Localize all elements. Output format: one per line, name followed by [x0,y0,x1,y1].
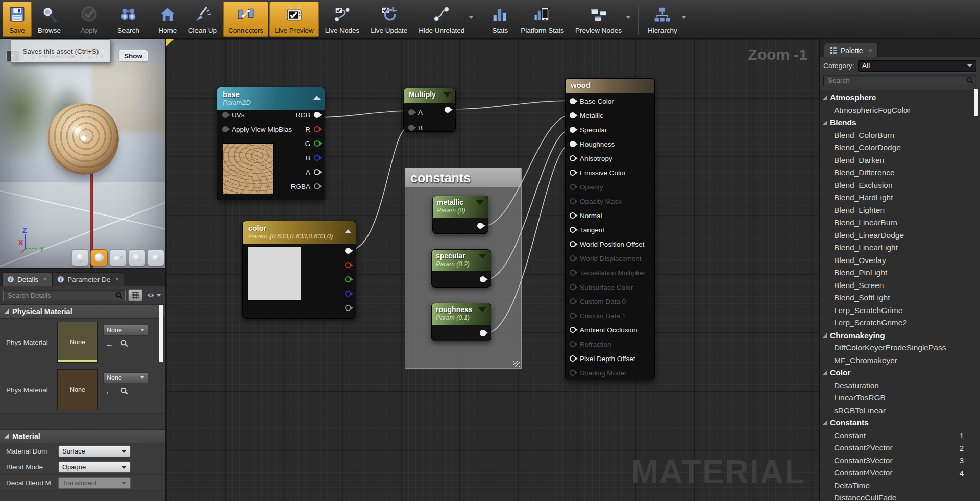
wood-opacity-pin[interactable] [570,184,576,190]
save-button[interactable]: Save [3,2,32,37]
shape-sphere-button[interactable] [90,249,108,266]
use-selected-icon[interactable] [105,341,113,348]
node-roughness[interactable]: roughness Param (0.1) [431,303,491,341]
tab-palette[interactable]: Palette [824,43,878,57]
dropdown-icon[interactable] [443,92,451,97]
palette-item-constant4vector[interactable]: Constant4Vector4 [820,467,980,480]
phys-material-thumbnail[interactable]: None [57,322,98,363]
wood-custom-data-1-pin[interactable] [570,313,576,319]
phys-material-dropdown[interactable]: None [103,372,148,383]
wood-world-position-offset-pin[interactable] [570,241,576,247]
palette-section-constants[interactable]: Constants [820,417,980,430]
hide-unrelated-button[interactable]: Hide Unrelated [413,2,477,37]
base-output-a-pin[interactable] [314,169,320,175]
color-output-2-pin[interactable] [345,276,351,282]
dropdown-icon[interactable] [478,307,486,312]
wood-metallic-pin[interactable] [570,112,576,118]
decal-blend-m-dropdown[interactable]: Translucent [58,477,131,489]
browse-to-asset-icon[interactable] [120,387,128,396]
palette-item-diffcolorkeyererodesinglepass[interactable]: DiffColorKeyerErodeSinglePass [820,342,980,354]
palette-search-input[interactable] [823,75,976,86]
chevron-down-icon[interactable] [469,16,474,19]
base-output-rgba-pin[interactable] [314,183,320,189]
section-physical-material[interactable]: Physical Material [0,304,165,319]
wood-emissive-color-pin[interactable] [570,170,576,176]
close-icon[interactable] [869,47,872,54]
palette-item-lerp-scratchgrime[interactable]: Lerp_ScratchGrime [820,304,980,317]
wood-subsurface-color-pin[interactable] [570,284,576,290]
palette-item-deltatime[interactable]: DeltaTime [820,480,980,492]
live-nodes-button[interactable]: Live Nodes [320,2,365,37]
wood-tessellation-multiplier-pin[interactable] [570,270,576,276]
node-specular[interactable]: specular Param (0.2) [431,249,491,288]
node-metallic-header[interactable]: metallic Param (0) [433,196,488,218]
phys-material-thumbnail[interactable]: None [57,369,98,410]
clean-up-button[interactable]: Clean Up [183,2,222,37]
multiply-input-b-pin[interactable] [408,125,414,131]
node-color-header[interactable]: color Param (0.633,0.633,0.633,0) [243,221,356,244]
color-output-3-pin[interactable] [345,291,351,297]
wood-anisotropy-pin[interactable] [570,155,576,161]
view-options-button[interactable] [145,292,162,298]
palette-item-blend-colordodge[interactable]: Blend_ColorDodge [820,141,980,154]
chevron-down-icon[interactable] [681,16,687,19]
roughness-output-pin[interactable] [480,330,486,336]
wood-pixel-depth-offset-pin[interactable] [570,355,576,362]
node-specular-header[interactable]: specular Param (0.2) [432,250,491,271]
browse-to-asset-icon[interactable] [120,340,128,349]
wood-roughness-pin[interactable] [570,141,576,147]
apply-button[interactable]: Apply [75,2,104,37]
node-base-header[interactable]: base Param2D [217,87,325,110]
section-material[interactable]: Material [0,429,165,443]
dropdown-icon[interactable] [478,254,486,258]
palette-item-blend-colorburn[interactable]: Blend_ColorBurn [820,129,980,142]
metallic-output-pin[interactable] [477,223,483,229]
palette-item-constant3vector[interactable]: Constant3Vector3 [820,455,980,467]
dropdown-icon[interactable] [476,200,484,205]
chevron-down-icon[interactable] [626,16,631,19]
base-output-r-pin[interactable] [314,126,320,132]
preview-viewport[interactable]: Perspective Lit Show Z X Y [0,39,166,269]
palette-item-blend-linearburn[interactable]: Blend_LinearBurn [820,217,980,229]
connectors-button[interactable]: Connectors [223,2,268,37]
color-output-0-pin[interactable] [345,248,351,254]
wood-shading-model-pin[interactable] [570,370,576,376]
palette-item-blend-pinlight[interactable]: Blend_PinLight [820,267,980,279]
specular-output-pin[interactable] [480,276,486,282]
browse-button[interactable]: Browse [33,2,66,37]
base-output-b-pin[interactable] [314,155,320,161]
wood-texture-thumbnail[interactable] [223,143,274,194]
palette-item-atmosphericfogcolor[interactable]: AtmosphericFogColor [820,104,980,117]
display-filter-button[interactable] [128,289,142,301]
palette-item-blend-overlay[interactable]: Blend_Overlay [820,254,980,267]
color-output-1-pin[interactable] [345,262,351,268]
palette-item-mf-chromakeyer[interactable]: MF_Chromakeyer [820,354,980,367]
palette-item-blend-difference[interactable]: Blend_Difference [820,166,980,179]
node-multiply[interactable]: Multiply AB [403,88,456,132]
preview-sphere[interactable] [47,103,119,175]
node-color[interactable]: color Param (0.633,0.633,0.633,0) [242,221,356,319]
base-input-uvs-pin[interactable] [222,112,228,118]
home-button[interactable]: Home [153,2,182,37]
palette-item-blend-lineardodge[interactable]: Blend_LinearDodge [820,229,980,242]
palette-section-color[interactable]: Color [820,367,980,379]
multiply-output-pin[interactable] [445,107,451,113]
palette-item-blend-lighten[interactable]: Blend_Lighten [820,204,980,217]
palette-section-chromakeying[interactable]: Chromakeying [820,329,980,342]
show-button[interactable]: Show [119,50,148,61]
palette-section-atmosphere[interactable]: Atmosphere [820,91,980,104]
tab-details[interactable]: i Details [2,272,52,286]
details-search-input[interactable] [3,290,126,301]
wood-normal-pin[interactable] [570,212,576,219]
palette-item-lineartosrgb[interactable]: LinearTosRGB [820,392,980,404]
blend-mode-dropdown[interactable]: Opaque [58,461,131,473]
category-dropdown[interactable]: All [858,60,976,72]
live-update-button[interactable]: Live Update [365,2,412,37]
use-selected-icon[interactable] [105,388,113,395]
palette-item-blend-screen[interactable]: Blend_Screen [820,279,980,292]
palette-item-lerp-scratchgrime2[interactable]: Lerp_ScratchGrime2 [820,317,980,329]
shape-plane-button[interactable] [109,249,127,266]
collapse-up-icon[interactable] [345,229,352,233]
palette-item-blend-linearlight[interactable]: Blend_LinearLight [820,242,980,254]
wood-opacity-mask-pin[interactable] [570,198,576,204]
